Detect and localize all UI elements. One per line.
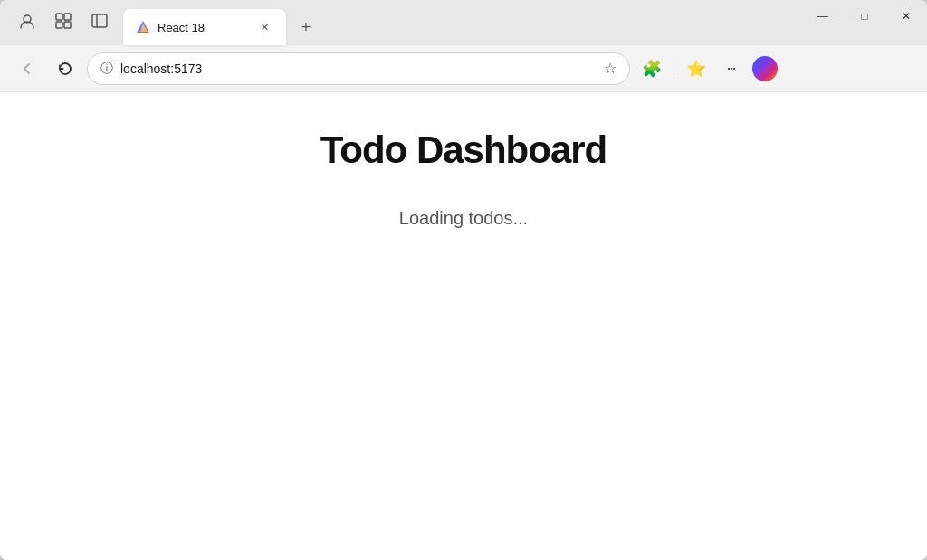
more-button[interactable]: ··· [714,52,747,85]
close-button[interactable]: ✕ [885,0,927,32]
tab-favicon-icon [136,20,150,34]
svg-rect-5 [92,14,107,27]
bookmark-icon[interactable]: ☆ [604,60,616,77]
new-tab-button[interactable]: + [290,11,322,43]
profile-area [7,0,119,45]
maximize-button[interactable]: □ [844,0,885,32]
nav-divider [674,59,674,79]
address-bar[interactable]: ⓘ localhost:5173 ☆ [87,52,630,85]
reload-button[interactable] [49,52,81,85]
loading-text: Loading todos... [399,208,528,229]
address-text: localhost:5173 [120,62,597,76]
copilot-button[interactable] [749,52,781,85]
copilot-icon [752,56,778,81]
sidebar-toggle-button[interactable] [83,5,116,37]
nav-bar: ⓘ localhost:5173 ☆ 🧩 ⭐ ··· [0,45,927,92]
svg-rect-3 [56,22,62,28]
active-tab[interactable]: React 18 ✕ [123,9,286,45]
svg-rect-1 [56,14,62,20]
minimize-button[interactable]: — [802,0,844,32]
tab-title: React 18 [158,21,248,34]
nav-right-icons: 🧩 ⭐ ··· [636,52,781,85]
back-button[interactable] [11,52,43,85]
profile-button[interactable] [11,5,43,37]
tab-close-button[interactable]: ✕ [255,18,273,36]
favorites-button[interactable]: ⭐ [680,52,712,85]
svg-rect-2 [64,14,71,20]
extensions-button[interactable]: 🧩 [636,52,668,85]
svg-rect-4 [64,22,71,28]
tab-groups-button[interactable] [47,5,80,37]
title-bar: React 18 ✕ + — □ ✕ [0,0,927,45]
page-title: Todo Dashboard [320,128,607,172]
window-controls: — □ ✕ [802,0,927,32]
tabs-area: React 18 ✕ + [119,0,322,45]
browser-window: React 18 ✕ + — □ ✕ ⓘ localhost:5173 ☆ 🧩 [0,0,927,560]
webpage-content: Todo Dashboard Loading todos... [0,92,927,560]
info-icon: ⓘ [100,61,113,77]
